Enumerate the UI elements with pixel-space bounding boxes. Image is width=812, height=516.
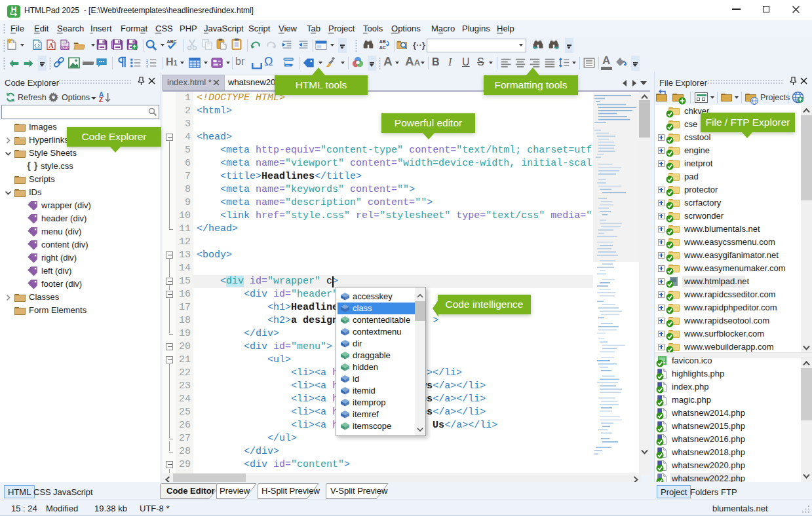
svg-text:3: 3 — [146, 64, 148, 68]
svg-text:AB: AB — [379, 39, 386, 44]
svg-text:AC: AC — [379, 45, 386, 50]
svg-text:A: A — [48, 42, 54, 49]
svg-text:PHP: PHP — [62, 46, 69, 50]
